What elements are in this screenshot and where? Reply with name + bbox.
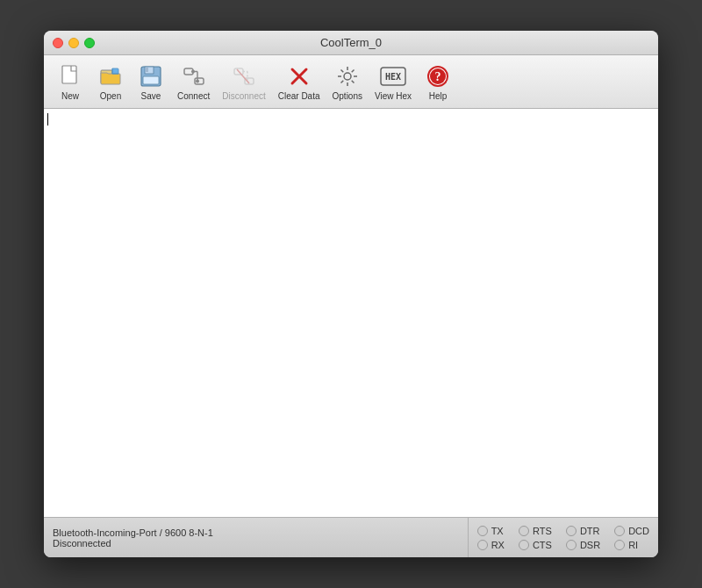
options-button[interactable]: Options (327, 59, 368, 104)
dtr-label: DTR (580, 526, 600, 536)
disconnect-label: Disconnect (222, 91, 265, 101)
open-label: Open (100, 91, 121, 101)
svg-line-25 (351, 81, 354, 83)
rts-label: RTS (533, 526, 552, 536)
help-label: Help (429, 91, 448, 101)
dtr-dsr-group: DTR DSR (566, 526, 600, 550)
svg-line-24 (340, 70, 343, 73)
clear-data-button[interactable]: Clear Data (273, 59, 326, 104)
tx-indicator: TX (477, 526, 505, 536)
open-icon (97, 62, 125, 90)
status-left: Bluetooth-Incoming-Port / 9600 8-N-1 Dis… (44, 518, 469, 557)
traffic-lights (53, 38, 95, 48)
clear-data-icon (285, 62, 313, 90)
maximize-button[interactable] (84, 38, 95, 48)
help-button[interactable]: ? Help (419, 59, 457, 104)
view-hex-icon: HEX (379, 62, 407, 90)
disconnect-icon (230, 62, 258, 90)
tx-rx-group: TX RX (477, 526, 505, 550)
dtr-dot (566, 526, 577, 536)
save-label: Save (141, 91, 161, 101)
svg-rect-4 (146, 68, 148, 72)
dsr-indicator: DSR (566, 540, 600, 550)
rts-dot (519, 526, 529, 536)
help-icon: ? (424, 62, 452, 90)
close-button[interactable] (53, 38, 63, 48)
terminal-output[interactable] (44, 109, 658, 517)
options-label: Options (333, 91, 362, 101)
connect-button[interactable]: Connect (172, 59, 215, 104)
save-button[interactable]: Save (132, 59, 170, 104)
connection-status: Disconnected (53, 538, 459, 549)
statusbar: Bluetooth-Incoming-Port / 9600 8-N-1 Dis… (44, 517, 658, 557)
cts-label: CTS (533, 540, 552, 550)
rts-cts-group: RTS CTS (519, 526, 552, 550)
rx-label: RX (491, 540, 505, 550)
tx-dot (477, 526, 488, 536)
dcd-ri-group: DCD RI (614, 526, 649, 550)
clear-data-label: Clear Data (278, 91, 320, 101)
svg-point-10 (191, 70, 195, 74)
ri-indicator: RI (614, 540, 649, 550)
dcd-label: DCD (628, 526, 649, 536)
disconnect-button[interactable]: Disconnect (217, 59, 270, 104)
view-hex-label: View Hex (375, 91, 412, 101)
svg-rect-5 (143, 76, 159, 84)
text-cursor (47, 113, 48, 125)
status-right: TX RX RTS CTS (469, 518, 658, 557)
dsr-label: DSR (580, 540, 600, 550)
tx-label: TX (491, 526, 504, 536)
rx-indicator: RX (477, 540, 505, 550)
dsr-dot (566, 540, 577, 550)
new-button[interactable]: New (51, 59, 90, 104)
minimize-button[interactable] (68, 38, 79, 48)
svg-point-19 (344, 73, 351, 80)
svg-text:?: ? (435, 70, 441, 83)
view-hex-button[interactable]: HEX View Hex (369, 59, 417, 104)
rts-indicator: RTS (519, 526, 552, 536)
new-label: New (61, 91, 79, 101)
port-info: Bluetooth-Incoming-Port / 9600 8-N-1 (53, 527, 459, 538)
dcd-indicator: DCD (614, 526, 649, 536)
connect-label: Connect (177, 91, 210, 101)
save-icon (137, 62, 165, 90)
svg-rect-0 (62, 66, 76, 83)
cts-dot (519, 540, 529, 550)
app-window: CoolTerm_0 New Open (44, 31, 658, 557)
dtr-indicator: DTR (566, 526, 600, 536)
options-icon (333, 62, 362, 90)
svg-text:HEX: HEX (385, 72, 401, 82)
svg-point-11 (196, 80, 199, 83)
svg-line-26 (351, 70, 354, 73)
open-button[interactable]: Open (91, 59, 130, 104)
ri-dot (614, 540, 625, 550)
titlebar: CoolTerm_0 (44, 31, 658, 55)
toolbar: New Open (44, 55, 658, 109)
ri-label: RI (628, 540, 638, 550)
new-icon (56, 62, 84, 90)
svg-line-27 (340, 81, 343, 83)
rx-dot (477, 540, 488, 550)
cts-indicator: CTS (519, 540, 552, 550)
window-title: CoolTerm_0 (320, 36, 382, 49)
dcd-dot (614, 526, 625, 536)
connect-icon (180, 62, 208, 90)
